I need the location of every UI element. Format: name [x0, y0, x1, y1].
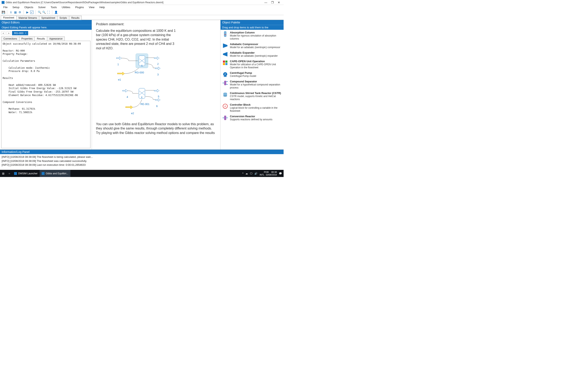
tab-results[interactable]: Results — [69, 16, 82, 20]
menu-solver[interactable]: Solver — [36, 5, 48, 9]
menu-objects[interactable]: Objects — [22, 5, 35, 9]
separator — [35, 10, 36, 14]
tray-display-icon[interactable]: 🖵 — [250, 172, 252, 175]
object-tab-label: RG-000 — [14, 32, 24, 35]
start-button[interactable]: ⊞ — [0, 170, 7, 177]
object-editors-title: Object Editors — [0, 20, 92, 25]
object-palette-panel: Object Palette Drag and drop items to ad… — [220, 20, 284, 150]
palette-item-desc: Logical block for controlling a variable… — [230, 106, 277, 112]
absorption-column-icon: AB — [222, 31, 228, 37]
cstr-icon — [222, 92, 228, 98]
zoom-out-icon[interactable]: 🔍 — [42, 11, 45, 14]
save-icon[interactable]: 💾 — [2, 11, 5, 14]
svg-rect-26 — [224, 116, 226, 120]
menu-help[interactable]: Help — [97, 5, 107, 9]
minimize-button[interactable]: — — [264, 1, 267, 4]
stream-6-label: 6 — [156, 105, 158, 108]
menu-file[interactable]: File — [1, 5, 9, 9]
log-panel: Information/Log Panel [INFO] [10/08/2018… — [0, 150, 284, 170]
sliders-icon[interactable]: ⚙ — [18, 11, 21, 14]
tray-time: 08:38 — [271, 171, 277, 173]
menu-utilities[interactable]: Utilities — [60, 5, 72, 9]
palette-item-desc: Model for a hypothetical compound separa… — [230, 83, 280, 89]
obj-nav-next[interactable]: > — [7, 31, 11, 35]
palette-item[interactable]: A Controller BlockLogical block for cont… — [221, 102, 284, 114]
svg-rect-19 — [224, 76, 227, 77]
palette-item-desc: Model for an adiabatic (isentropic) expa… — [230, 54, 278, 57]
tray-volume-icon[interactable]: 🔊 — [254, 172, 258, 175]
stream-1-label: 1 — [117, 63, 119, 66]
close-button[interactable]: ✕ — [277, 1, 280, 4]
taskbar-app-current[interactable]: Gibbs and Equilibri... — [40, 170, 70, 177]
object-editors-subtitle: Object Editing Panels will appear here. — [0, 25, 92, 30]
palette-item-desc: Model for utilization of a CAPE-OPEN Uni… — [230, 63, 276, 69]
palette-item[interactable]: Adiabatic ExpanderModel for an adiabatic… — [221, 50, 284, 58]
cortana-icon: ○ — [9, 172, 10, 175]
flowsheet-canvas[interactable]: Problem statement: Calculate the equilib… — [92, 20, 220, 150]
palette-item-name: Adiabatic Compressor — [230, 43, 280, 46]
separator-icon — [222, 80, 228, 86]
tray-date: 10/08/2018 — [266, 174, 277, 176]
fit-icon[interactable]: ⛶ — [47, 11, 50, 14]
reactor-2-label: RE-001 — [140, 103, 149, 106]
palette-item[interactable]: AB Absorption ColumnModel for rigorous s… — [221, 30, 284, 42]
log-line: [INFO] [10/08/2018 08:38:08] The flowshe… — [2, 155, 282, 159]
diagram-re001[interactable]: E 4 5 6 RE-001 e2 — [96, 87, 216, 120]
tab-spreadsheet[interactable]: Spreadsheet — [39, 16, 57, 20]
tab-flowsheet[interactable]: Flowsheet — [1, 16, 17, 20]
tab-material-streams[interactable]: Material Streams — [16, 16, 39, 20]
problem-title: Problem statement: — [96, 22, 216, 26]
palette-list[interactable]: AB Absorption ColumnModel for rigorous s… — [221, 30, 284, 150]
results-text: Object successfully calculated on 10/08/… — [1, 41, 90, 148]
info-icon[interactable]: ℹ — [9, 11, 12, 14]
inner-tab-appearance[interactable]: Appearance — [47, 36, 65, 41]
maximize-button[interactable]: ❐ — [271, 1, 274, 4]
palette-item[interactable]: Adiabatic CompressorModel for an adiabat… — [221, 42, 284, 50]
palette-item[interactable]: Conversion ReactorSupports reactions def… — [221, 114, 284, 122]
tray-chevron-icon[interactable]: ^ — [242, 172, 243, 175]
palette-item-name: Centrifugal Pump — [230, 71, 256, 75]
diagram-rg000[interactable]: G 1 2 3 RG-000 e1 — [96, 53, 216, 85]
tray-lang: POR — [264, 171, 269, 173]
stream-3-label: 3 — [157, 73, 159, 76]
tab-scripts[interactable]: Scripts — [57, 16, 69, 20]
tray-cloud-icon[interactable]: ☁ — [245, 172, 248, 175]
palette-item-name: CAPE-OPEN Unit Operation — [230, 60, 282, 63]
reactor-1-label: RG-000 — [135, 71, 144, 74]
taskbar-app-launcher[interactable]: DWSIM Launcher — [12, 170, 40, 177]
check-icon[interactable]: ✓ — [30, 11, 34, 14]
menu-tools[interactable]: Tools — [49, 5, 59, 9]
palette-subtitle: Drag and drop items to add them to the — [221, 25, 284, 30]
taskbar-clock[interactable]: POR 08:38 INTL 10/08/2018 — [259, 171, 277, 176]
svg-text:AB: AB — [224, 34, 226, 35]
svg-text:P: P — [225, 73, 226, 75]
tray-notifications-icon[interactable]: 💬 — [279, 172, 282, 175]
inner-tab-connections[interactable]: Connections — [1, 36, 19, 41]
object-tab-close-icon[interactable]: × — [25, 32, 26, 34]
obj-nav-prev[interactable]: < — [1, 31, 5, 35]
object-tab-rg000[interactable]: RG-000 × — [12, 31, 28, 35]
grid-icon[interactable]: ▦ — [14, 11, 17, 14]
conversion-reactor-icon — [222, 115, 228, 121]
zoom-in-icon[interactable]: 🔍 — [38, 11, 41, 14]
palette-item[interactable]: Continuous Stirred Tank Reactor (CSTR)CS… — [221, 90, 284, 102]
palette-item[interactable]: P Centrifugal PumpCentrifugal Pump model — [221, 70, 284, 79]
svg-marker-11 — [223, 43, 227, 48]
svg-text:E: E — [141, 96, 143, 99]
play-icon[interactable]: ▶ — [26, 11, 29, 14]
log-line: [INFO] [10/08/2018 08:38:09] Last run ex… — [2, 163, 282, 167]
menu-plugins[interactable]: Plugins — [73, 5, 86, 9]
cortana-button[interactable]: ○ — [7, 170, 12, 177]
inner-tab-results[interactable]: Results — [35, 36, 47, 41]
separator — [52, 10, 52, 14]
inner-tab-properties[interactable]: Properties — [19, 36, 35, 41]
log-body[interactable]: [INFO] [10/08/2018 08:38:08] The flowshe… — [0, 154, 284, 169]
palette-item-name: Conversion Reactor — [230, 115, 272, 118]
palette-title: Object Palette — [221, 20, 284, 25]
palette-item[interactable]: CAPE-OPEN Unit OperationModel for utiliz… — [221, 58, 284, 70]
menu-view[interactable]: View — [87, 5, 96, 9]
menu-setup[interactable]: Setup — [10, 5, 21, 9]
app-icon — [2, 1, 4, 4]
palette-item[interactable]: Compound SeparatorModel for a hypothetic… — [221, 79, 284, 90]
agent-icon[interactable]: 👤 — [54, 11, 58, 14]
